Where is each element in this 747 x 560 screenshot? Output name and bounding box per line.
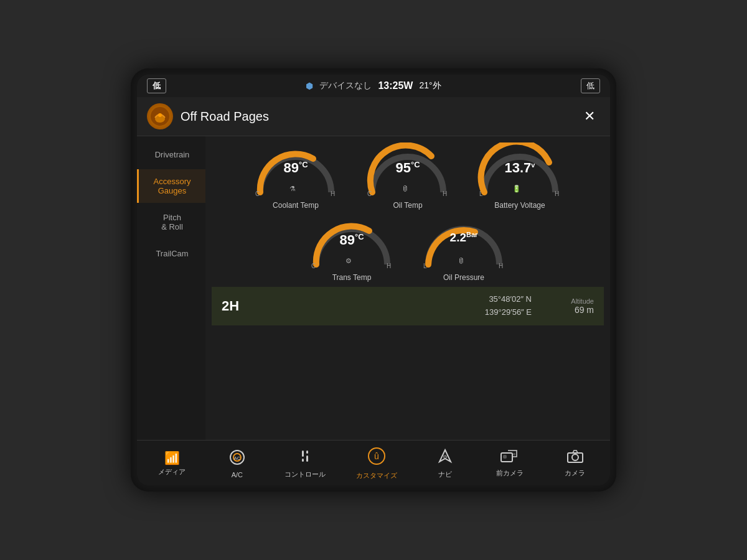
svg-text:AC: AC [233,455,240,461]
close-button[interactable]: ✕ [579,106,600,127]
svg-text:û: û [374,451,379,461]
nav-label-navi: ナビ [438,470,452,479]
nav-label-ac: A/C [232,471,243,478]
device-frame: 低 ⬢ デバイスなし 13:25W 21°外 低 [131,68,616,492]
nav-item-media[interactable]: 📶 メディア [149,448,194,479]
svg-point-2 [158,113,162,117]
bluetooth-icon: ⬢ [306,81,313,91]
nav-label-customize: カスタマイズ [356,471,397,480]
svg-text:⚙: ⚙ [345,257,352,264]
svg-text:C: C [255,190,260,197]
svg-text:🛢: 🛢 [458,257,464,264]
svg-text:C: C [367,190,372,197]
svg-text:W: W [443,454,448,459]
gauge-row-2: C H ⚙ 89°C Trans Temp [212,215,604,282]
panel-title: Off Road Pages [181,110,571,124]
trail-coords-line1: 35°48′02″ N [405,293,532,306]
bluetooth-nav-icon: 📶 [164,450,180,465]
status-low-left: 低 [147,78,166,93]
control-nav-icon [297,448,313,468]
front-camera-nav-icon [500,449,519,467]
trail-mode: 2H [222,298,253,314]
sidebar-item-pitch-roll[interactable]: Pitch& Roll [137,205,205,239]
trail-coords: 35°48′02″ N 139°29′56″ E [405,293,532,319]
panel-header: Off Road Pages ✕ [137,97,610,136]
gauge-oil-pressure: L H 🛢 2.2Bar Oil Pressure [411,215,517,282]
gauge-coolant-temp: C H ⚗ 89°C Coolant Temp [243,142,349,210]
svg-point-33 [572,454,578,460]
status-time: 13:25W [378,80,413,91]
nav-label-media: メディア [158,467,186,477]
gauge-battery-voltage: L H 🔋 13.7v Battery Voltage [467,142,573,210]
trans-temp-label: Trans Temp [332,273,372,282]
svg-rect-22 [302,459,304,462]
coolant-temp-label: Coolant Temp [273,201,319,210]
svg-text:⚗: ⚗ [289,185,296,192]
svg-point-31 [513,453,515,455]
altitude-label: Altitude [544,297,594,305]
svg-rect-23 [306,450,308,454]
screen: 低 ⬢ デバイスなし 13:25W 21°外 低 [137,75,610,485]
svg-text:H: H [443,190,447,197]
status-temp: 21°外 [419,80,441,91]
jeep-logo [147,103,173,129]
sidebar-item-accessory-gauges[interactable]: AccessoryGauges [137,169,205,203]
gauge-row-1: C H ⚗ 89°C Coolant Temp [212,142,604,210]
trail-coords-line2: 139°29′56″ E [405,306,532,319]
altitude-value: 69 m [544,305,594,315]
main-content: Off Road Pages ✕ Drivetrain AccessoryGau… [137,97,610,440]
camera-nav-icon [567,449,583,467]
status-low-right: 低 [581,78,600,93]
svg-text:H: H [499,263,503,269]
trail-info-bar: 2H 35°48′02″ N 139°29′56″ E Altitude 69 … [212,287,604,325]
customize-nav-icon: û [367,447,386,469]
svg-text:H: H [555,190,559,197]
status-center: ⬢ デバイスなし 13:25W 21°外 [306,80,441,91]
trail-altitude: Altitude 69 m [544,297,594,315]
svg-text:L: L [479,190,483,197]
battery-voltage-label: Battery Voltage [494,201,545,210]
nav-item-control[interactable]: コントロール [280,446,331,482]
battery-voltage-value: 13.7v [505,160,535,176]
sidebar: Drivetrain AccessoryGauges Pitch& Roll T… [137,136,205,440]
svg-text:C: C [311,263,316,269]
bluetooth-status: デバイスなし [319,80,372,91]
ac-nav-icon: AC [229,449,245,469]
coolant-temp-value: 89°C [283,160,308,176]
nav-label-front-camera: 前カメラ [496,469,524,478]
svg-rect-30 [503,455,507,459]
oil-temp-label: Oil Temp [393,201,422,210]
gauge-trans-temp: C H ⚙ 89°C Trans Temp [299,215,405,282]
oil-pressure-label: Oil Pressure [443,273,484,282]
nav-label-camera: カメラ [565,469,585,478]
sidebar-item-trailcam[interactable]: TrailCam [137,241,205,266]
oil-temp-value: 95°C [395,160,420,176]
nav-item-camera[interactable]: カメラ [553,447,598,480]
svg-rect-24 [306,455,308,462]
nav-label-control: コントロール [284,470,326,479]
svg-text:L: L [423,263,427,269]
oil-pressure-value: 2.2Bar [450,231,478,245]
panel-body: Drivetrain AccessoryGauges Pitch& Roll T… [137,136,610,440]
nav-item-customize[interactable]: û カスタマイズ [351,444,402,483]
gauge-oil-temp: C H 🛢 95°C Oil Temp [355,142,461,210]
trans-temp-value: 89°C [339,232,364,248]
nav-item-ac[interactable]: AC A/C [215,447,260,481]
nav-item-front-camera[interactable]: 前カメラ [487,447,532,480]
svg-rect-21 [302,450,304,457]
bottom-nav: 📶 メディア AC A/C [137,440,610,485]
gauges-area: C H ⚗ 89°C Coolant Temp [205,136,610,440]
status-bar: 低 ⬢ デバイスなし 13:25W 21°外 低 [137,75,610,97]
navi-nav-icon: W [437,448,453,468]
nav-item-navi[interactable]: W ナビ [423,446,467,482]
svg-text:H: H [387,263,391,269]
svg-text:H: H [331,190,335,197]
svg-text:🛢: 🛢 [402,185,408,192]
sidebar-item-drivetrain[interactable]: Drivetrain [137,142,205,167]
svg-text:🔋: 🔋 [512,184,521,193]
